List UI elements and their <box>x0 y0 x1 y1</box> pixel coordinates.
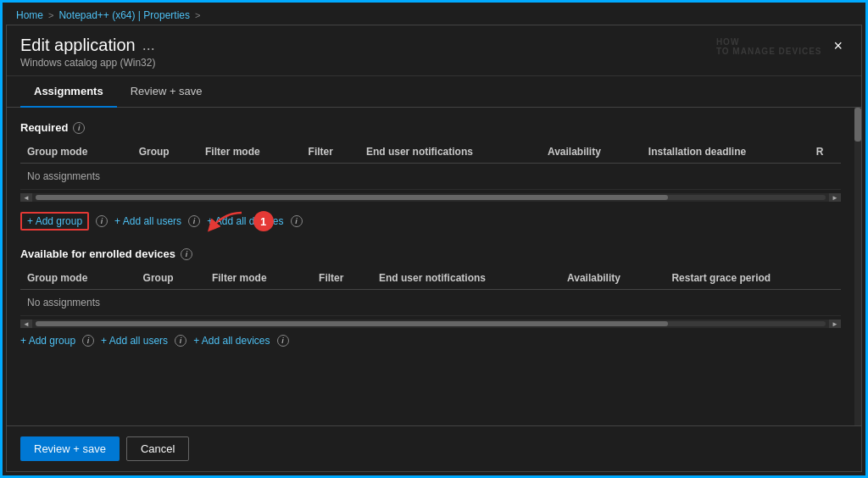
available-table-header: Group mode Group Filter mode Filter End … <box>20 267 841 290</box>
avail-col-group: Group <box>136 267 205 290</box>
avail-col-filter: Filter <box>312 267 372 290</box>
dialog-more-options[interactable]: ... <box>142 36 155 54</box>
col-r: R <box>810 141 841 164</box>
dialog-footer: Review + save Cancel <box>7 425 861 471</box>
required-no-assignments: No assignments <box>20 164 841 190</box>
required-scroll-right[interactable]: ► <box>829 193 841 202</box>
required-info-icon: i <box>73 122 85 134</box>
available-add-devices-info: i <box>277 335 289 347</box>
available-scroll-row[interactable]: ◄ ► <box>20 320 841 328</box>
available-add-all-devices[interactable]: + Add all devices <box>193 335 270 347</box>
col-group-mode: Group mode <box>20 141 132 164</box>
close-button[interactable]: × <box>828 36 848 57</box>
col-group: Group <box>132 141 198 164</box>
watermark: HOWTO MANAGE DEVICES <box>716 37 822 56</box>
required-no-assignments-row: No assignments <box>20 164 841 190</box>
required-add-group[interactable]: + Add group <box>20 212 89 231</box>
main-area: Required i Group mode Group Filter mode … <box>7 108 861 425</box>
add-devices-info: i <box>291 215 303 227</box>
tab-review-save[interactable]: Review + save <box>117 76 216 108</box>
add-group-info: i <box>96 215 108 227</box>
available-add-users-info: i <box>175 335 186 347</box>
available-add-all-users[interactable]: + Add all users <box>101 335 168 347</box>
tabs-bar: Assignments Review + save <box>7 76 861 108</box>
available-scroll-thumb <box>36 321 668 326</box>
available-scroll-right[interactable]: ► <box>829 320 841 328</box>
available-no-assignments: No assignments <box>20 290 841 316</box>
cancel-button[interactable]: Cancel <box>126 436 189 461</box>
breadcrumb-sep2: > <box>195 10 200 20</box>
right-scrollbar-thumb <box>854 108 861 142</box>
required-table: Group mode Group Filter mode Filter End … <box>20 141 841 190</box>
edit-application-dialog: Edit application ... Windows catalog app… <box>6 25 862 472</box>
dialog-title-row: Edit application ... <box>20 36 155 55</box>
avail-col-filter-mode: Filter mode <box>205 267 312 290</box>
required-table-header: Group mode Group Filter mode Filter End … <box>20 141 841 164</box>
available-info-icon: i <box>181 248 192 260</box>
required-add-links: + Add group i + Add all users i + Add al… <box>20 208 841 234</box>
avail-col-restart: Restart grace period <box>665 267 841 290</box>
required-add-all-devices[interactable]: + Add all devices <box>207 215 283 227</box>
col-end-user-notifications: End user notifications <box>359 141 541 164</box>
col-installation-deadline: Installation deadline <box>642 141 810 164</box>
required-scroll-track <box>36 195 826 200</box>
available-table: Group mode Group Filter mode Filter End … <box>20 267 841 316</box>
tab-assignments[interactable]: Assignments <box>20 76 117 108</box>
available-scroll-track <box>36 321 826 326</box>
available-scroll-left[interactable]: ◄ <box>20 320 32 328</box>
available-add-links: + Add group i + Add all users i + Add al… <box>20 335 841 347</box>
available-section-title: Available for enrolled devices i <box>20 247 841 260</box>
required-scroll-left[interactable]: ◄ <box>20 193 32 202</box>
available-no-assignments-row: No assignments <box>20 290 841 316</box>
col-filter-mode: Filter mode <box>198 141 302 164</box>
required-add-all-users[interactable]: + Add all users <box>114 215 181 227</box>
avail-col-group-mode: Group mode <box>20 267 136 290</box>
breadcrumb: Home > Notepad++ (x64) | Properties > <box>3 3 865 25</box>
required-section: Required i Group mode Group Filter mode … <box>20 121 841 234</box>
col-filter: Filter <box>302 141 359 164</box>
required-section-title: Required i <box>20 121 841 134</box>
right-scrollbar[interactable] <box>854 108 861 425</box>
breadcrumb-notepad[interactable]: Notepad++ (x64) | Properties <box>58 9 190 21</box>
avail-col-end-user-notifications: End user notifications <box>372 267 560 290</box>
review-save-button[interactable]: Review + save <box>20 436 120 461</box>
available-section: Available for enrolled devices i Group m… <box>20 247 841 347</box>
add-users-info: i <box>188 215 200 227</box>
dialog-content: Required i Group mode Group Filter mode … <box>7 108 854 425</box>
avail-col-availability: Availability <box>560 267 665 290</box>
available-add-group-info: i <box>82 335 94 347</box>
dialog-title-area: Edit application ... Windows catalog app… <box>20 36 155 69</box>
required-scroll-row[interactable]: ◄ ► <box>20 193 841 202</box>
col-availability: Availability <box>541 141 642 164</box>
add-group-container: + Add group <box>20 212 89 231</box>
breadcrumb-home[interactable]: Home <box>16 9 43 21</box>
dialog-title-text: Edit application <box>20 36 136 55</box>
breadcrumb-sep1: > <box>48 10 53 20</box>
dialog-header: Edit application ... Windows catalog app… <box>7 25 861 76</box>
required-scroll-thumb <box>36 195 668 200</box>
dialog-subtitle: Windows catalog app (Win32) <box>20 57 155 69</box>
available-add-group[interactable]: + Add group <box>20 335 75 347</box>
